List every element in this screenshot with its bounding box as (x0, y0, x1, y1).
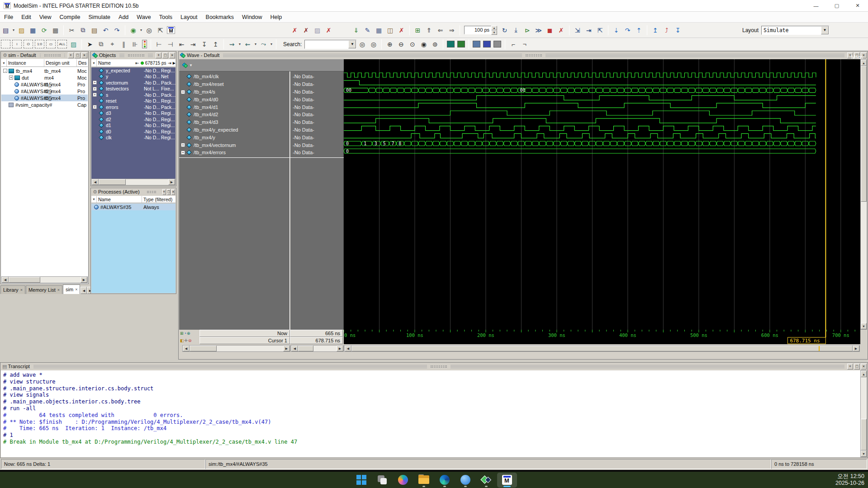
scroll-right-icon[interactable]: ▶ (168, 179, 175, 185)
dock-right-icon[interactable]: ¬ (519, 39, 530, 49)
traffic-light-icon[interactable] (142, 40, 147, 48)
break-icon[interactable]: ◼ (545, 25, 555, 35)
transcript-panel-header[interactable]: ▤ Transcript + □ × (0, 363, 868, 370)
delete-cursor-icon[interactable]: ⊖ (188, 338, 192, 343)
delete-icon[interactable]: ✗ (323, 25, 334, 35)
sim-hscrollbar[interactable]: ◀ ▶ (1, 276, 88, 283)
pattern-wizard-icon[interactable]: ▦ (374, 25, 384, 35)
objects-panel-header[interactable]: Objects + □ × (91, 52, 176, 59)
move-down-icon[interactable]: ↧ (199, 39, 209, 49)
delete-all-icon[interactable]: ✗ (396, 25, 407, 35)
objects-signal-row[interactable]: d1-No D...Regi... (91, 123, 175, 129)
menu-bookmarks[interactable]: Bookmarks (202, 12, 238, 23)
timer-icon[interactable]: ◔ (184, 331, 186, 336)
value-hscrollbar[interactable]: ◀ ▶ (291, 345, 344, 352)
insert-cursor-icon[interactable]: ↷ (622, 25, 633, 35)
virtual-bus-icon[interactable]: 1:0 (35, 40, 44, 48)
objects-signal-row[interactable]: y_expected-No D...Regi... (91, 67, 175, 74)
wave-compare-arrow[interactable]: ▾ (237, 42, 242, 46)
sim-add-button[interactable]: + (68, 52, 74, 58)
task-view-button[interactable] (372, 473, 392, 488)
process-row[interactable]: #ALWAYS#35Always (91, 204, 175, 210)
paste-icon[interactable]: ▤ (89, 25, 100, 35)
new-file-icon[interactable]: ▤ (0, 25, 11, 35)
undo-icon[interactable]: ↶ (100, 25, 111, 35)
transcript-close-button[interactable]: × (861, 364, 867, 370)
add-time-icon[interactable]: ⊞ (180, 331, 184, 336)
tree-expander-icon[interactable]: - (3, 69, 7, 73)
lock-cursor-icon[interactable]: ◧ (180, 338, 184, 343)
tree-expander-icon[interactable]: + (93, 93, 97, 97)
wave-signal-row[interactable]: +/tb_mx4/errors (179, 149, 289, 156)
zoom-range-icon[interactable]: ◉ (418, 39, 429, 49)
name-hscrollbar[interactable]: ◀ ▶ (182, 345, 290, 352)
scroll-right-icon[interactable]: ▶ (283, 346, 290, 351)
wave-merge-icon[interactable]: ⇜ (242, 39, 253, 49)
end-marker-icon[interactable]: ⇥ (167, 61, 171, 66)
pattern-fill-icon[interactable]: ▨ (68, 39, 79, 49)
stop-sim-icon[interactable]: ✗ (556, 25, 566, 35)
scroll-left-icon[interactable]: ◀ (2, 277, 9, 283)
column-type[interactable]: Type (filtered) (142, 196, 175, 203)
find-menu-arrow[interactable]: ▾ (139, 28, 143, 32)
column-name[interactable]: Name (97, 196, 142, 203)
menu-add[interactable]: Add (114, 12, 133, 23)
edge-button[interactable] (435, 473, 455, 488)
virtual-region-icon[interactable] (1, 40, 10, 48)
tree-expander-icon[interactable]: + (181, 90, 185, 94)
run-icon[interactable]: ⤓ (511, 25, 521, 35)
cursor1-label[interactable]: Cursor 1 (199, 337, 290, 344)
file-explorer-button[interactable] (414, 473, 434, 488)
run-length-spinner[interactable]: ▲▼ (491, 26, 497, 34)
compile-icon[interactable]: ⟳ (39, 25, 49, 35)
prev-edge-icon[interactable]: ↥ (650, 25, 660, 35)
waveform-area[interactable]: 00000135780 (344, 59, 860, 330)
tree-expander-icon[interactable]: + (9, 76, 13, 80)
edit-cursor-icon[interactable]: ✛ (185, 338, 188, 343)
print-icon[interactable]: ▩ (50, 25, 61, 35)
redo-icon[interactable]: ↷ (112, 25, 122, 35)
start-button[interactable] (351, 473, 371, 488)
continue-run-icon[interactable]: ⊳ (522, 25, 532, 35)
copy-icon[interactable]: ⧉ (78, 25, 88, 35)
align-left-icon[interactable]: ⊢ (154, 39, 164, 49)
layout-select[interactable]: LayoutSimulate▼ (738, 26, 829, 35)
transcript-add-button[interactable]: + (847, 364, 853, 370)
objects-signal-row[interactable]: clk-No D...Regi... (91, 135, 175, 141)
sim-tree-row[interactable]: #vsim_capacity#Cap (1, 101, 88, 108)
maximize-button[interactable]: ▢ (826, 0, 847, 12)
objects-signal-row[interactable]: +testvectorsNot L...Fixe... (91, 86, 175, 92)
objects-signal-row[interactable]: +vectornum-No D...Pack... (91, 80, 175, 86)
objects-float-button[interactable]: □ (162, 52, 168, 58)
sim-close-button[interactable]: × (81, 52, 87, 58)
sim-float-button[interactable]: □ (75, 52, 81, 58)
wave-signal-row[interactable]: /tb_mx4/y (179, 133, 289, 141)
drag-handle[interactable] (526, 54, 542, 57)
menu-view[interactable]: View (35, 12, 56, 23)
scroll-left-icon[interactable]: ◀ (92, 179, 99, 185)
transcript-vscrollbar[interactable]: ▲ ▼ (860, 370, 867, 457)
last-edge-icon[interactable]: ⇥ (188, 39, 198, 49)
sim-tree-row[interactable]: +dutmx4Moc (1, 74, 88, 81)
wave-column-header[interactable]: ▼ (179, 59, 344, 71)
wave-panel-header[interactable]: Wave - Default + □ × (179, 52, 868, 59)
step-out-icon[interactable]: ⇱ (595, 25, 605, 35)
step-over-icon[interactable]: ⇥ (583, 25, 594, 35)
layout-combobox[interactable]: Simulate▼ (761, 26, 829, 35)
scroll-up-icon[interactable]: ▲ (861, 60, 867, 66)
filter-icon[interactable]: ▼ (91, 196, 97, 203)
wave-signal-row[interactable]: +/tb_mx4/vectornum (179, 141, 289, 149)
menu-wave[interactable]: Wave (133, 12, 155, 23)
layers-icon[interactable]: ⧉ (96, 39, 106, 49)
up-level-icon[interactable]: ⇑ (424, 25, 434, 35)
wave-compare-icon[interactable]: ⇝ (227, 39, 237, 49)
forward-icon[interactable]: ⇒ (446, 25, 457, 35)
menu-help[interactable]: Help (266, 12, 286, 23)
expand-time-icon[interactable]: ⤴ (661, 25, 672, 35)
tab-library[interactable]: Library× (0, 285, 25, 294)
cut-icon[interactable]: ✂ (66, 25, 77, 35)
column-name[interactable]: Name (97, 59, 128, 66)
drag-handle[interactable] (128, 54, 144, 57)
processes-add-button[interactable]: + (162, 189, 166, 195)
next-transition-icon[interactable]: ⇡ (634, 25, 644, 35)
